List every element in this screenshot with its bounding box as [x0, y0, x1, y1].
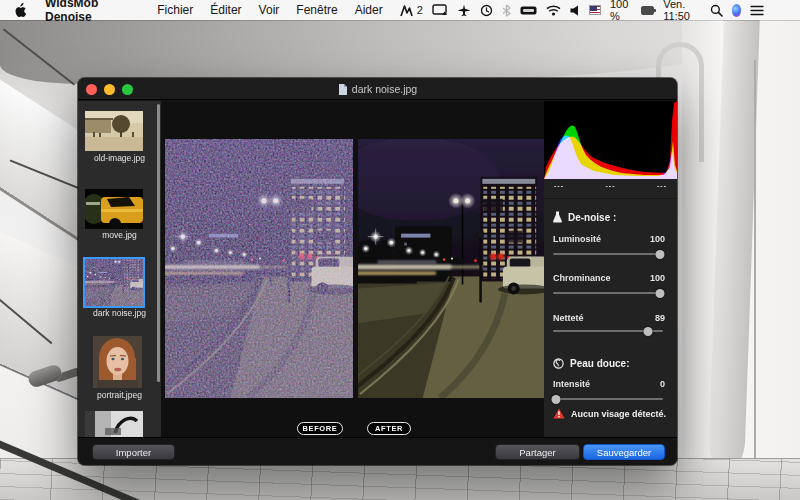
denoise-flask-icon [553, 211, 562, 223]
slider-label: Chrominance [553, 273, 611, 283]
thumbnail-partial[interactable] [85, 411, 143, 437]
thumbnail-old-image[interactable] [85, 111, 143, 151]
window-footer: Importer Partager Sauvegarder [78, 437, 677, 465]
time-machine-icon[interactable] [480, 4, 493, 17]
thumbnail-label: old-image.jpg [78, 153, 161, 163]
thumbnail-label: dark noise.jpg [78, 308, 161, 318]
night-photo-thumb [85, 259, 143, 306]
battery-percentage[interactable]: 100 % [610, 0, 633, 22]
old-photo-thumb [85, 111, 143, 151]
slider-value: 0 [660, 379, 665, 389]
thumbnail-dark-noise[interactable] [85, 259, 143, 306]
slider-labels: Chrominance 100 [553, 273, 665, 283]
chrominance-slider[interactable] [553, 292, 663, 294]
save-button[interactable]: Sauvegarder [583, 444, 665, 460]
menu-aider[interactable]: Aider [355, 3, 383, 17]
import-button[interactable]: Importer [92, 444, 175, 460]
menu-bar: WidsMob Denoise Fichier Éditer Voir Fenê… [0, 0, 800, 20]
menu-voir[interactable]: Voir [259, 3, 280, 17]
histogram [544, 101, 677, 179]
notification-center-icon[interactable] [750, 5, 764, 16]
share-button[interactable]: Partager [495, 444, 580, 460]
panel-separator [544, 198, 677, 199]
bluetooth-icon[interactable] [502, 4, 511, 17]
skin-section-header: Peau douce: [553, 358, 629, 369]
tick: --- [606, 182, 616, 189]
adjust-panel: --- --- --- De-noise : Luminosité 100 Ch… [544, 101, 677, 437]
slider-labels: Luminosité 100 [553, 234, 665, 244]
luminosite-slider[interactable] [553, 253, 663, 255]
input-source-icon[interactable]: 2 [400, 4, 423, 17]
nettete-slider[interactable] [553, 330, 663, 332]
menu-fichier[interactable]: Fichier [157, 3, 193, 17]
sidebar: old-image.jpg move.jpg dark noise. [78, 101, 161, 437]
slider-knob[interactable] [655, 289, 664, 298]
car-photo-thumb [85, 189, 143, 229]
spotlight-icon[interactable] [710, 4, 723, 17]
slider-label: Netteté [553, 313, 584, 323]
slider-value: 89 [655, 313, 665, 323]
gray-photo-thumb [85, 411, 143, 437]
screen-mirroring-icon[interactable] [432, 4, 448, 16]
touchbar-icon[interactable] [520, 6, 537, 15]
sidebar-scrollbar[interactable] [157, 104, 160, 382]
tick: --- [657, 182, 667, 189]
apple-menu-icon[interactable] [14, 3, 27, 18]
slider-labels: Netteté 89 [553, 313, 665, 323]
battery-icon[interactable] [641, 6, 654, 15]
slider-label: Intensité [553, 379, 590, 389]
slider-knob[interactable] [655, 250, 664, 259]
thumbnail-label: move.jpg [78, 230, 161, 240]
face-warning: Aucun visage détecté. [553, 408, 666, 419]
us-flag-icon[interactable] [589, 5, 601, 15]
menu-bar-status-area: 2 100 % Ven. 11:50 [400, 0, 800, 22]
slider-knob[interactable] [552, 395, 561, 404]
slider-labels: Intensité 0 [553, 379, 665, 389]
window-title: dark noise.jpg [78, 78, 677, 100]
portrait-photo-thumb [93, 336, 142, 388]
menu-editer[interactable]: Éditer [210, 3, 241, 17]
before-image [165, 139, 353, 398]
skin-smooth-icon [553, 358, 564, 369]
after-button[interactable]: AFTER [367, 422, 411, 435]
slider-value: 100 [650, 273, 665, 283]
thumbnail-portrait[interactable] [93, 336, 142, 388]
slider-label: Luminosité [553, 234, 601, 244]
volume-icon[interactable] [570, 5, 580, 16]
after-image [358, 139, 544, 398]
window-title-bar: dark noise.jpg [78, 78, 677, 100]
menu-clock[interactable]: Ven. 11:50 [663, 0, 700, 22]
before-button[interactable]: BEFORE [297, 422, 343, 435]
thumbnail-label: portrait.jpeg [78, 390, 161, 400]
input-source-count: 2 [417, 4, 423, 16]
intensite-slider[interactable] [553, 398, 663, 400]
warning-triangle-icon [553, 408, 565, 419]
background-shape [754, 60, 756, 468]
histogram-ticks: --- --- --- [544, 182, 677, 189]
preview-area: BEFORE AFTER [161, 101, 544, 437]
thumbnail-move[interactable] [85, 189, 143, 229]
app-window: dark noise.jpg old-image.jpg [78, 78, 677, 465]
denoise-section-header: De-noise : [553, 211, 616, 223]
airplane-icon[interactable] [457, 4, 471, 17]
window-body: old-image.jpg move.jpg dark noise. [78, 101, 677, 437]
slider-knob[interactable] [643, 327, 652, 336]
wifi-icon[interactable] [546, 5, 561, 16]
siri-icon[interactable] [732, 4, 741, 17]
tick: --- [554, 182, 564, 189]
menu-fenetre[interactable]: Fenêtre [296, 3, 337, 17]
slider-value: 100 [650, 234, 665, 244]
document-icon [338, 84, 347, 95]
active-app-name[interactable]: WidsMob Denoise [45, 0, 139, 24]
